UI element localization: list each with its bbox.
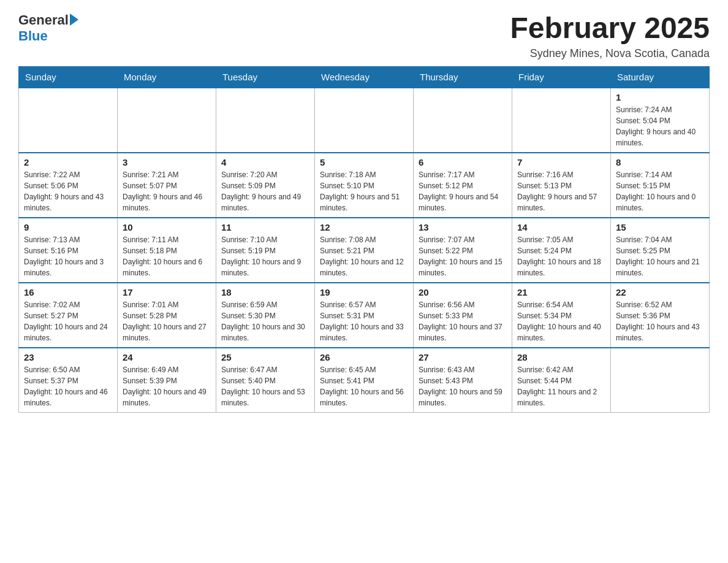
calendar-cell — [414, 88, 512, 153]
day-info: Sunrise: 6:43 AMSunset: 5:43 PMDaylight:… — [419, 364, 507, 408]
day-number: 2 — [24, 157, 112, 167]
month-title: February 2025 — [510, 12, 710, 45]
day-info: Sunrise: 6:42 AMSunset: 5:44 PMDaylight:… — [517, 364, 605, 408]
calendar-cell: 2Sunrise: 7:22 AMSunset: 5:06 PMDaylight… — [19, 153, 118, 218]
calendar-cell: 1Sunrise: 7:24 AMSunset: 5:04 PMDaylight… — [611, 88, 710, 153]
day-info: Sunrise: 6:49 AMSunset: 5:39 PMDaylight:… — [123, 364, 211, 408]
calendar-cell: 12Sunrise: 7:08 AMSunset: 5:21 PMDayligh… — [315, 218, 414, 283]
day-info: Sunrise: 6:54 AMSunset: 5:34 PMDaylight:… — [517, 299, 605, 343]
calendar-cell — [118, 88, 216, 153]
calendar-cell: 26Sunrise: 6:45 AMSunset: 5:41 PMDayligh… — [315, 348, 414, 413]
calendar-cell: 10Sunrise: 7:11 AMSunset: 5:18 PMDayligh… — [118, 218, 216, 283]
calendar-cell: 15Sunrise: 7:04 AMSunset: 5:25 PMDayligh… — [611, 218, 710, 283]
calendar-cell: 14Sunrise: 7:05 AMSunset: 5:24 PMDayligh… — [512, 218, 611, 283]
day-info: Sunrise: 7:20 AMSunset: 5:09 PMDaylight:… — [221, 169, 309, 213]
day-number: 25 — [221, 352, 309, 362]
calendar-cell: 11Sunrise: 7:10 AMSunset: 5:19 PMDayligh… — [216, 218, 315, 283]
calendar-cell: 7Sunrise: 7:16 AMSunset: 5:13 PMDaylight… — [512, 153, 611, 218]
calendar-table: SundayMondayTuesdayWednesdayThursdayFrid… — [18, 66, 710, 413]
logo-arrow-icon — [70, 13, 78, 26]
day-number: 26 — [320, 352, 408, 362]
day-number: 16 — [24, 287, 112, 297]
day-info: Sunrise: 6:52 AMSunset: 5:36 PMDaylight:… — [616, 299, 704, 343]
day-info: Sunrise: 7:18 AMSunset: 5:10 PMDaylight:… — [320, 169, 408, 213]
day-number: 22 — [616, 287, 704, 297]
calendar-cell: 27Sunrise: 6:43 AMSunset: 5:43 PMDayligh… — [414, 348, 512, 413]
day-of-week-header: Friday — [512, 66, 611, 88]
day-info: Sunrise: 7:11 AMSunset: 5:18 PMDaylight:… — [123, 234, 211, 278]
day-info: Sunrise: 7:17 AMSunset: 5:12 PMDaylight:… — [419, 169, 507, 213]
calendar-cell: 5Sunrise: 7:18 AMSunset: 5:10 PMDaylight… — [315, 153, 414, 218]
calendar-cell: 25Sunrise: 6:47 AMSunset: 5:40 PMDayligh… — [216, 348, 315, 413]
day-info: Sunrise: 7:16 AMSunset: 5:13 PMDaylight:… — [517, 169, 605, 213]
calendar-cell: 24Sunrise: 6:49 AMSunset: 5:39 PMDayligh… — [118, 348, 216, 413]
day-of-week-header: Wednesday — [315, 66, 414, 88]
day-number: 8 — [616, 157, 704, 167]
calendar-week-row: 23Sunrise: 6:50 AMSunset: 5:37 PMDayligh… — [19, 348, 710, 413]
day-number: 3 — [123, 157, 211, 167]
calendar-cell: 21Sunrise: 6:54 AMSunset: 5:34 PMDayligh… — [512, 283, 611, 348]
calendar-cell: 4Sunrise: 7:20 AMSunset: 5:09 PMDaylight… — [216, 153, 315, 218]
day-number: 23 — [24, 352, 112, 362]
location-text: Sydney Mines, Nova Scotia, Canada — [510, 47, 710, 60]
calendar-cell: 23Sunrise: 6:50 AMSunset: 5:37 PMDayligh… — [19, 348, 118, 413]
day-number: 15 — [616, 222, 704, 232]
day-number: 20 — [419, 287, 507, 297]
day-info: Sunrise: 7:24 AMSunset: 5:04 PMDaylight:… — [616, 104, 704, 148]
logo-blue-text: Blue — [18, 28, 78, 44]
calendar-header-row: SundayMondayTuesdayWednesdayThursdayFrid… — [19, 66, 710, 88]
day-number: 14 — [517, 222, 605, 232]
day-info: Sunrise: 7:08 AMSunset: 5:21 PMDaylight:… — [320, 234, 408, 278]
calendar-cell: 28Sunrise: 6:42 AMSunset: 5:44 PMDayligh… — [512, 348, 611, 413]
day-info: Sunrise: 7:22 AMSunset: 5:06 PMDaylight:… — [24, 169, 112, 213]
calendar-week-row: 16Sunrise: 7:02 AMSunset: 5:27 PMDayligh… — [19, 283, 710, 348]
calendar-cell — [19, 88, 118, 153]
day-info: Sunrise: 7:04 AMSunset: 5:25 PMDaylight:… — [616, 234, 704, 278]
day-number: 6 — [419, 157, 507, 167]
logo: General Blue — [18, 12, 78, 44]
day-number: 10 — [123, 222, 211, 232]
day-info: Sunrise: 6:59 AMSunset: 5:30 PMDaylight:… — [221, 299, 309, 343]
calendar-week-row: 2Sunrise: 7:22 AMSunset: 5:06 PMDaylight… — [19, 153, 710, 218]
calendar-cell — [315, 88, 414, 153]
calendar-cell — [512, 88, 611, 153]
calendar-cell: 8Sunrise: 7:14 AMSunset: 5:15 PMDaylight… — [611, 153, 710, 218]
calendar-week-row: 1Sunrise: 7:24 AMSunset: 5:04 PMDaylight… — [19, 88, 710, 153]
day-number: 13 — [419, 222, 507, 232]
day-number: 7 — [517, 157, 605, 167]
day-info: Sunrise: 7:05 AMSunset: 5:24 PMDaylight:… — [517, 234, 605, 278]
day-of-week-header: Saturday — [611, 66, 710, 88]
day-info: Sunrise: 6:47 AMSunset: 5:40 PMDaylight:… — [221, 364, 309, 408]
day-number: 12 — [320, 222, 408, 232]
calendar-cell: 9Sunrise: 7:13 AMSunset: 5:16 PMDaylight… — [19, 218, 118, 283]
calendar-week-row: 9Sunrise: 7:13 AMSunset: 5:16 PMDaylight… — [19, 218, 710, 283]
day-info: Sunrise: 7:10 AMSunset: 5:19 PMDaylight:… — [221, 234, 309, 278]
title-section: February 2025 Sydney Mines, Nova Scotia,… — [510, 12, 710, 60]
day-of-week-header: Monday — [118, 66, 216, 88]
day-info: Sunrise: 7:14 AMSunset: 5:15 PMDaylight:… — [616, 169, 704, 213]
calendar-cell — [611, 348, 710, 413]
calendar-cell: 18Sunrise: 6:59 AMSunset: 5:30 PMDayligh… — [216, 283, 315, 348]
calendar-cell: 22Sunrise: 6:52 AMSunset: 5:36 PMDayligh… — [611, 283, 710, 348]
day-info: Sunrise: 7:07 AMSunset: 5:22 PMDaylight:… — [419, 234, 507, 278]
day-info: Sunrise: 6:56 AMSunset: 5:33 PMDaylight:… — [419, 299, 507, 343]
calendar-cell: 3Sunrise: 7:21 AMSunset: 5:07 PMDaylight… — [118, 153, 216, 218]
page-header: General Blue February 2025 Sydney Mines,… — [18, 12, 710, 60]
calendar-cell: 16Sunrise: 7:02 AMSunset: 5:27 PMDayligh… — [19, 283, 118, 348]
calendar-cell — [216, 88, 315, 153]
day-number: 9 — [24, 222, 112, 232]
calendar-cell: 19Sunrise: 6:57 AMSunset: 5:31 PMDayligh… — [315, 283, 414, 348]
day-number: 1 — [616, 92, 704, 102]
day-number: 5 — [320, 157, 408, 167]
day-info: Sunrise: 6:50 AMSunset: 5:37 PMDaylight:… — [24, 364, 112, 408]
day-number: 28 — [517, 352, 605, 362]
day-info: Sunrise: 7:21 AMSunset: 5:07 PMDaylight:… — [123, 169, 211, 213]
day-number: 27 — [419, 352, 507, 362]
day-of-week-header: Tuesday — [216, 66, 315, 88]
logo-general-text: General — [18, 12, 69, 28]
day-number: 4 — [221, 157, 309, 167]
day-info: Sunrise: 7:02 AMSunset: 5:27 PMDaylight:… — [24, 299, 112, 343]
day-of-week-header: Sunday — [19, 66, 118, 88]
day-number: 21 — [517, 287, 605, 297]
calendar-cell: 20Sunrise: 6:56 AMSunset: 5:33 PMDayligh… — [414, 283, 512, 348]
